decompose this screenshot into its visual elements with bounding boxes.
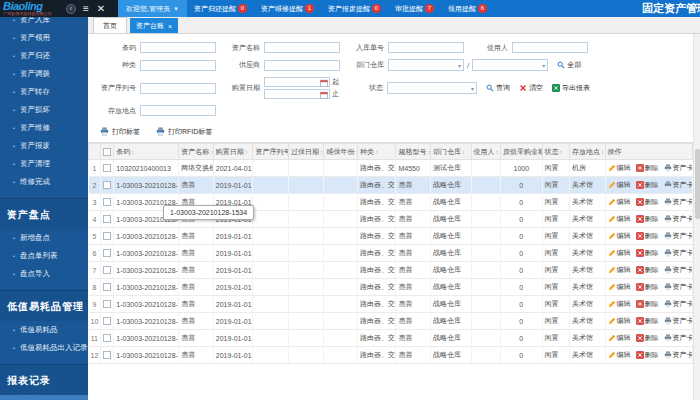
supplier-input[interactable] [264, 60, 340, 71]
delete-action[interactable]: 删除 [636, 214, 659, 224]
edit-action[interactable]: 编辑 [608, 214, 631, 224]
sidebar-item[interactable]: •资产报废 [0, 137, 88, 155]
reminder-tab[interactable]: 资产归还提醒0 [187, 0, 254, 17]
inbound-no-input[interactable] [388, 42, 464, 53]
dept-select[interactable]: ▾ [388, 59, 464, 71]
collapse-sidebar-icon[interactable]: ‹ [66, 4, 76, 14]
edit-action[interactable]: 编辑 [608, 316, 631, 326]
sidebar-item[interactable]: •资产调拨 [0, 65, 88, 83]
reminder-tab[interactable]: 资产报废提醒0 [321, 0, 388, 17]
vertical-scrollbar[interactable] [693, 34, 700, 400]
sidebar-item[interactable]: •资产转存 [0, 83, 88, 101]
sidebar-item[interactable]: •资产台账 [0, 395, 88, 400]
table-row[interactable]: 101-03003-20210128-15惠普2019-01-01路由器、交换机… [89, 313, 693, 330]
sidebar-item[interactable]: •资产维修 [0, 119, 88, 137]
table-row[interactable]: 71-03003-20210128-15惠普2019-01-01路由器、交换机惠… [89, 262, 693, 279]
edit-action[interactable]: 编辑 [608, 180, 631, 190]
column-header[interactable]: 规格型号↕ [396, 144, 431, 160]
row-checkbox[interactable] [103, 283, 111, 291]
sort-icon[interactable]: ↕ [131, 149, 134, 155]
query-button[interactable]: 查询 [486, 83, 510, 93]
delete-action[interactable]: 删除 [636, 180, 659, 190]
asset-card-action[interactable]: 资产卡片 [664, 282, 693, 292]
row-checkbox[interactable] [103, 334, 111, 342]
table-row[interactable]: 21-03003-20210128-15惠普2019-01-01路由器、交换机惠… [89, 177, 693, 194]
delete-action[interactable]: 删除 [636, 163, 659, 173]
sidebar-item[interactable]: •资产入库 [0, 17, 88, 29]
status-select[interactable]: ▾ [387, 82, 477, 94]
column-header[interactable]: 维保年份↕ [324, 144, 357, 160]
reminder-tab[interactable]: 审批提醒7 [388, 0, 441, 17]
asset-card-action[interactable]: 资产卡片 [664, 163, 693, 173]
edit-action[interactable]: 编辑 [608, 299, 631, 309]
date-to-input[interactable] [264, 89, 330, 99]
asset-card-action[interactable]: 资产卡片 [664, 231, 693, 241]
sidebar-item[interactable]: •低值易耗品出入记录 [0, 339, 88, 357]
location-input[interactable] [140, 105, 216, 116]
sidebar-item[interactable]: •低值易耗品 [0, 321, 88, 339]
asset-card-action[interactable]: 资产卡片 [664, 180, 693, 190]
edit-action[interactable]: 编辑 [608, 197, 631, 207]
scrollbar-thumb[interactable] [695, 149, 700, 219]
export-report-button[interactable]: 导出报表 [552, 83, 590, 93]
table-row[interactable]: 81-03003-20210128-15惠普2019-01-01路由器、交换机惠… [89, 279, 693, 296]
all-button[interactable]: 全部 [557, 60, 581, 70]
sidebar-item[interactable]: •盘点导入 [0, 265, 88, 283]
sidebar-item[interactable]: •资产归还 [0, 47, 88, 65]
delete-action[interactable]: 删除 [636, 248, 659, 258]
column-header[interactable]: 过保日期↕ [288, 144, 324, 160]
reminder-tab[interactable]: 领用提醒6 [441, 0, 494, 17]
category-input[interactable] [140, 60, 216, 71]
delete-action[interactable]: 删除 [636, 197, 659, 207]
tab-close-icon[interactable]: × [168, 23, 172, 30]
serial-input[interactable] [140, 83, 216, 94]
sort-icon[interactable]: ↕ [496, 149, 499, 155]
user-menu[interactable]: 欢迎您,管理员 ▼ [118, 0, 187, 17]
edit-action[interactable]: 编辑 [608, 265, 631, 275]
date-from-input[interactable] [264, 77, 330, 87]
column-header[interactable]: 资产名称↕ [179, 144, 214, 160]
row-checkbox[interactable] [103, 198, 111, 206]
hamburger-menu-icon[interactable]: ≡ [83, 0, 89, 17]
edit-action[interactable]: 编辑 [608, 350, 631, 360]
asset-card-action[interactable]: 资产卡片 [664, 248, 693, 258]
clear-button[interactable]: 清空 [519, 83, 543, 93]
asset-card-action[interactable]: 资产卡片 [664, 197, 693, 207]
row-checkbox[interactable] [103, 164, 111, 172]
column-header[interactable]: 状态↕ [542, 144, 569, 160]
row-checkbox[interactable] [103, 249, 111, 257]
asset-card-action[interactable]: 资产卡片 [664, 316, 693, 326]
sort-icon[interactable]: ↕ [560, 149, 563, 155]
reminder-tab[interactable]: 资产维修提醒1 [254, 0, 321, 17]
table-row[interactable]: 110320210400013网络交换机2021-04-01路由器、交换机M45… [89, 160, 693, 177]
table-row[interactable]: 91-03003-20210128-15惠普2019-01-01路由器、交换机惠… [89, 296, 693, 313]
delete-action[interactable]: 删除 [636, 316, 659, 326]
row-checkbox[interactable] [103, 351, 111, 359]
edit-action[interactable]: 编辑 [608, 333, 631, 343]
column-header[interactable]: 资产序列号↕ [253, 144, 289, 160]
delete-action[interactable]: 删除 [636, 350, 659, 360]
print-rfid-button[interactable]: 打印RFID标签 [156, 127, 212, 137]
asset-card-action[interactable]: 资产卡片 [664, 333, 693, 343]
sidebar-item[interactable]: •新增盘点 [0, 229, 88, 247]
asset-name-input[interactable] [264, 42, 340, 53]
sort-icon[interactable]: ↕ [601, 149, 604, 155]
column-header[interactable]: 部门仓库↕ [430, 144, 471, 160]
row-checkbox[interactable] [103, 266, 111, 274]
sidebar-item[interactable]: •维修完成 [0, 173, 88, 191]
sidebar-item[interactable]: •盘点单列表 [0, 247, 88, 265]
column-header[interactable]: 操作 [605, 144, 692, 160]
edit-action[interactable]: 编辑 [608, 163, 631, 173]
sort-icon[interactable]: ↕ [245, 149, 248, 155]
row-checkbox[interactable] [103, 215, 111, 223]
delete-action[interactable]: 删除 [636, 282, 659, 292]
tab-asset-ledger[interactable]: 资产台账 × [130, 18, 178, 33]
column-header[interactable]: 购置日期↕ [213, 144, 253, 160]
row-checkbox[interactable] [103, 232, 111, 240]
row-checkbox[interactable] [103, 300, 111, 308]
sidebar-item[interactable]: •资产清理 [0, 155, 88, 173]
table-row[interactable]: 121-03003-20210128-15惠普2019-01-01路由器、交换机… [89, 347, 693, 364]
column-header[interactable]: 存放地点↕ [570, 144, 606, 160]
delete-action[interactable]: 删除 [636, 299, 659, 309]
asset-card-action[interactable]: 资产卡片 [664, 265, 693, 275]
